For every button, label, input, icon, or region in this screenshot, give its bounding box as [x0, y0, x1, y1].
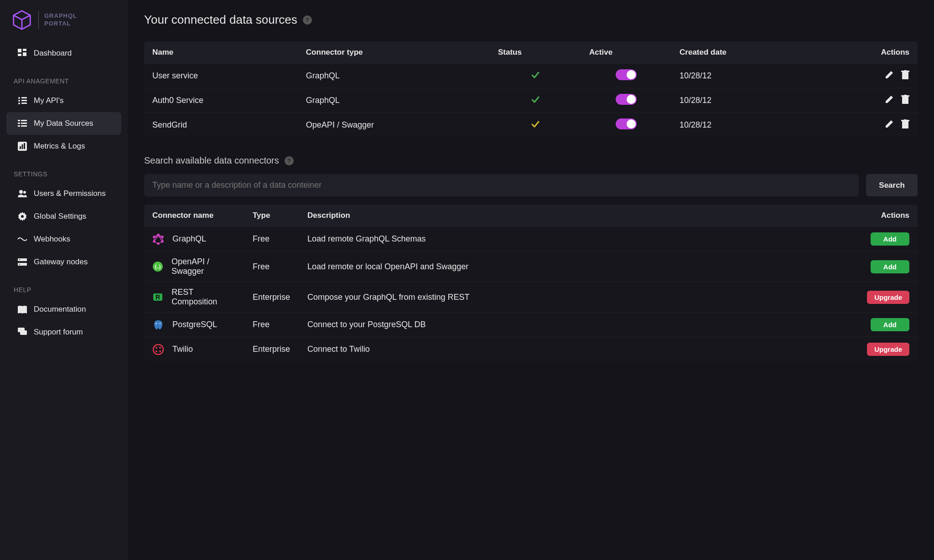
sidebar-item-label: My Data Sources [34, 119, 93, 128]
search-button[interactable]: Search [866, 174, 918, 196]
sidebar-item-label: Webhooks [34, 235, 70, 244]
svg-rect-13 [21, 120, 27, 121]
upgrade-button[interactable]: Upgrade [867, 343, 909, 356]
cell-type: Enterprise [244, 337, 299, 362]
svg-point-6 [18, 97, 20, 99]
svg-rect-33 [904, 70, 907, 71]
sidebar-item-my-apis[interactable]: My API's [6, 89, 121, 112]
svg-point-54 [156, 323, 157, 324]
sidebar-item-label: Support forum [34, 328, 83, 337]
delete-icon[interactable] [901, 119, 909, 131]
table-row: SendGridOpeAPI / Swagger10/28/12 [144, 113, 918, 138]
sidebar-item-my-data-sources[interactable]: My Data Sources [6, 112, 121, 135]
sidebar-item-label: Documentation [34, 305, 86, 314]
cell-connector-type: GraphQL [298, 88, 490, 113]
cell-description: Connect to your PostgreSQL DB [299, 313, 859, 337]
nav-section-api: API ANAGEMENT [0, 65, 128, 89]
page-title: Your connected data sources ? [144, 13, 918, 27]
cell-connector-name: Twilio [144, 337, 244, 362]
svg-rect-15 [21, 123, 27, 124]
cell-connector-type: GraphQL [298, 64, 490, 88]
table-row: PostgreSQLFreeConnect to your PostgreSQL… [144, 313, 918, 337]
sidebar-item-support-forum[interactable]: Support forum [6, 321, 121, 344]
svg-rect-11 [21, 103, 27, 104]
webhook-icon [17, 234, 27, 244]
cell-type: Free [244, 227, 299, 252]
add-button[interactable]: Add [871, 232, 909, 246]
nav-section-help: HELP [0, 273, 128, 298]
cell-created: 10/28/12 [671, 64, 815, 88]
sidebar-item-gateway-nodes[interactable]: Gateway nodes [6, 251, 121, 273]
svg-rect-7 [21, 97, 27, 98]
svg-rect-9 [21, 100, 27, 101]
gear-icon [17, 211, 27, 221]
table-row: RREST CompositionEnterpriseCompose your … [144, 282, 918, 313]
cell-actions: Add [859, 227, 918, 252]
chart-icon [17, 141, 27, 151]
svg-point-60 [159, 350, 161, 352]
sidebar-item-users-permissions[interactable]: Users & Permissions [6, 182, 121, 205]
edit-icon[interactable] [885, 95, 894, 106]
svg-rect-12 [18, 120, 20, 121]
brand-text: GRAPHQL PORTAL [44, 12, 77, 28]
data-sources-icon [17, 118, 27, 128]
col-connector-name: Connector name [144, 205, 244, 227]
check-icon [530, 122, 540, 131]
svg-point-56 [153, 344, 163, 354]
svg-point-24 [21, 215, 24, 218]
connected-sources-table: Name Connector type Status Active Create… [144, 41, 918, 137]
upgrade-button[interactable]: Upgrade [867, 291, 909, 304]
sidebar-item-dashboard[interactable]: Dashboard [6, 42, 121, 65]
search-section-title: Search available data connectors ? [144, 155, 918, 166]
svg-rect-37 [902, 121, 908, 128]
svg-rect-34 [902, 97, 908, 104]
svg-text:{..}: {..} [155, 264, 161, 269]
sidebar-item-metrics-logs[interactable]: Metrics & Logs [6, 135, 121, 158]
edit-icon[interactable] [885, 119, 894, 131]
active-toggle[interactable] [616, 118, 637, 129]
table-row: User serviceGraphQL10/28/12 [144, 64, 918, 88]
dashboard-icon [17, 48, 27, 58]
svg-point-27 [19, 259, 20, 260]
cell-status [490, 64, 581, 88]
svg-rect-31 [902, 72, 908, 79]
search-input[interactable] [144, 174, 859, 196]
cell-status [490, 88, 581, 113]
cell-created: 10/28/12 [671, 88, 815, 113]
cell-description: Connect to Twilio [299, 337, 859, 362]
help-icon[interactable]: ? [285, 156, 294, 165]
svg-point-55 [160, 323, 161, 324]
svg-rect-17 [21, 125, 27, 127]
cell-name: User service [144, 64, 298, 88]
main-content: Your connected data sources ? Name Conne… [128, 0, 934, 560]
svg-point-46 [161, 241, 163, 242]
edit-icon[interactable] [885, 70, 894, 82]
cell-actions [815, 64, 918, 88]
connectors-table: Connector name Type Description Actions … [144, 205, 918, 361]
postgres-icon [152, 319, 164, 331]
svg-point-58 [159, 347, 161, 349]
cell-actions: Add [859, 252, 918, 282]
col-actions: Actions [859, 205, 918, 227]
cell-name: SendGrid [144, 113, 298, 138]
cell-connector-name: {..}OpenAPI / Swagger [144, 252, 244, 282]
active-toggle[interactable] [616, 69, 637, 80]
delete-icon[interactable] [901, 70, 909, 82]
col-actions: Actions [815, 41, 918, 64]
table-row: GraphQLFreeLoad remote GraphQL SchemasAd… [144, 227, 918, 252]
delete-icon[interactable] [901, 95, 909, 106]
add-button[interactable]: Add [871, 318, 909, 331]
sidebar-item-label: Dashboard [34, 49, 72, 58]
active-toggle[interactable] [616, 94, 637, 105]
sidebar-item-webhooks[interactable]: Webhooks [6, 228, 121, 251]
svg-point-23 [23, 191, 26, 194]
add-button[interactable]: Add [871, 260, 909, 273]
cell-connector-type: OpeAPI / Swagger [298, 113, 490, 138]
book-icon [17, 304, 27, 314]
col-type: Type [244, 205, 299, 227]
help-icon[interactable]: ? [303, 15, 312, 25]
svg-point-57 [156, 347, 157, 349]
sidebar-item-documentation[interactable]: Documentation [6, 298, 121, 321]
sidebar-item-global-settings[interactable]: Global Settings [6, 205, 121, 228]
cell-created: 10/28/12 [671, 113, 815, 138]
